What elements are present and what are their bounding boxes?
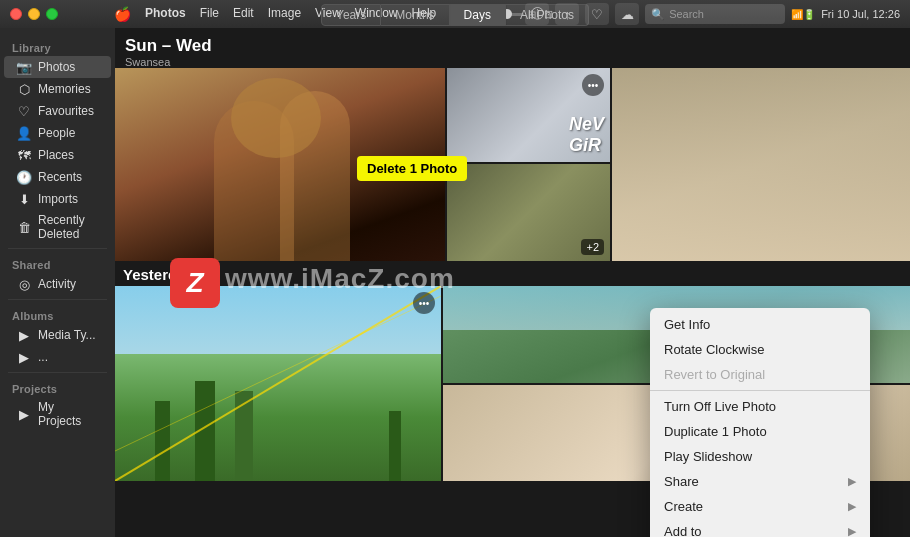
sidebar-media-label: Media Ty... xyxy=(38,328,96,342)
photo-row-1: NeVGiR ••• +2 xyxy=(115,68,910,261)
menu-file[interactable]: File xyxy=(200,6,219,22)
cloud-icon[interactable]: ☁ xyxy=(615,3,639,25)
z-logo: Z xyxy=(170,258,220,308)
sidebar-item-imports[interactable]: ⬇ Imports xyxy=(4,188,111,210)
sidebar-deleted-label: Recently Deleted xyxy=(38,213,99,241)
main-container: Library 📷 Photos ⬡ Memories ♡ Favourites… xyxy=(0,28,910,537)
apple-menu[interactable]: 🍎 xyxy=(114,6,131,22)
recents-icon: 🕐 xyxy=(16,169,32,185)
ctx-share-arrow: ▶ xyxy=(848,475,856,488)
sidebar-item-media-types[interactable]: ▶ Media Ty... xyxy=(4,324,111,346)
sidebar-item-recents[interactable]: 🕐 Recents xyxy=(4,166,111,188)
photo-menu-btn-nevgirl[interactable]: ••• xyxy=(582,74,604,96)
sidebar-activity-label: Activity xyxy=(38,277,76,291)
ctx-get-info[interactable]: Get Info xyxy=(650,312,870,337)
ctx-addto-label: Add to xyxy=(664,524,702,537)
library-label: Library xyxy=(0,36,115,56)
clock-text: Fri 10 Jul, 12:26 xyxy=(821,8,900,20)
titlebar: 🍎 Photos File Edit Image View Window Hel… xyxy=(0,0,910,28)
tab-years[interactable]: Years xyxy=(321,4,381,26)
people-icon: 👤 xyxy=(16,125,32,141)
sidebar-item-my-projects[interactable]: ▶ My Projects xyxy=(4,397,111,431)
sidebar-places-label: Places xyxy=(38,148,74,162)
heart-icon[interactable]: ♡ xyxy=(585,3,609,25)
albums-label: Albums xyxy=(0,304,115,324)
places-icon: 🗺 xyxy=(16,147,32,163)
location-1: Swansea xyxy=(125,56,212,68)
photo-count-badge-1: +2 xyxy=(581,239,604,255)
photo-nevgirl[interactable]: NeVGiR ••• xyxy=(447,68,610,162)
ctx-live-photo[interactable]: Turn Off Live Photo xyxy=(650,394,870,419)
sidebar-favourites-label: Favourites xyxy=(38,104,94,118)
projects-label: Projects xyxy=(0,377,115,397)
toolbar-icons: ⓘ ↑ ♡ ☁ 🔍 Search 📶🔋 Fri 10 Jul, 12:26 xyxy=(525,3,900,25)
menu-photos[interactable]: Photos xyxy=(145,6,186,22)
imports-icon: ⬇ xyxy=(16,191,32,207)
minimize-button[interactable] xyxy=(28,8,40,20)
tab-days[interactable]: Days xyxy=(450,4,506,26)
sidebar-item-memories[interactable]: ⬡ Memories xyxy=(4,78,111,100)
ctx-duplicate[interactable]: Duplicate 1 Photo xyxy=(650,419,870,444)
photo-content-area: Sun – Wed Swansea NeVGiR ••• xyxy=(115,28,910,537)
memories-icon: ⬡ xyxy=(16,81,32,97)
ctx-create-arrow: ▶ xyxy=(848,500,856,513)
close-button[interactable] xyxy=(10,8,22,20)
menu-image[interactable]: Image xyxy=(268,6,301,22)
photo-food-top[interactable]: +2 xyxy=(447,164,610,261)
projects-arrow-icon: ▶ xyxy=(16,406,32,422)
photo-menu-btn-landscape[interactable]: ••• xyxy=(413,292,435,314)
sidebar-memories-label: Memories xyxy=(38,82,91,96)
deleted-icon: 🗑 xyxy=(16,219,32,235)
albums-arrow-icon: ▶ xyxy=(16,349,32,365)
menu-bar-icons: 📶🔋 xyxy=(791,9,815,20)
favourites-icon: ♡ xyxy=(16,103,32,119)
sidebar-item-photos[interactable]: 📷 Photos xyxy=(4,56,111,78)
photo-food-2[interactable] xyxy=(612,68,910,261)
sidebar-item-places[interactable]: 🗺 Places xyxy=(4,144,111,166)
ctx-add-to[interactable]: Add to ▶ xyxy=(650,519,870,537)
date-header-1: Sun – Wed xyxy=(125,36,212,56)
context-menu: Get Info Rotate Clockwise Revert to Orig… xyxy=(650,308,870,537)
search-box[interactable]: 🔍 Search xyxy=(645,4,785,24)
sidebar-my-projects-label: My Projects xyxy=(38,400,99,428)
shared-label: Shared xyxy=(0,253,115,273)
ctx-create[interactable]: Create ▶ xyxy=(650,494,870,519)
photos-icon: 📷 xyxy=(16,59,32,75)
info-icon[interactable]: ⓘ xyxy=(525,3,549,25)
media-arrow-icon: ▶ xyxy=(16,327,32,343)
ctx-share-label: Share xyxy=(664,474,699,489)
ctx-rotate[interactable]: Rotate Clockwise xyxy=(650,337,870,362)
sidebar-people-label: People xyxy=(38,126,75,140)
ctx-addto-arrow: ▶ xyxy=(848,525,856,537)
sidebar-item-albums-sub[interactable]: ▶ ... xyxy=(4,346,111,368)
sidebar-divider-3 xyxy=(8,372,107,373)
sidebar-item-activity[interactable]: ◎ Activity xyxy=(4,273,111,295)
ctx-create-label: Create xyxy=(664,499,703,514)
search-icon: 🔍 xyxy=(651,8,665,21)
sidebar-item-people[interactable]: 👤 People xyxy=(4,122,111,144)
ctx-slideshow[interactable]: Play Slideshow xyxy=(650,444,870,469)
sidebar-photos-label: Photos xyxy=(38,60,75,74)
maximize-button[interactable] xyxy=(46,8,58,20)
clock-display: 📶🔋 Fri 10 Jul, 12:26 xyxy=(791,8,900,20)
sidebar: Library 📷 Photos ⬡ Memories ♡ Favourites… xyxy=(0,28,115,537)
sidebar-divider-2 xyxy=(8,299,107,300)
search-placeholder: Search xyxy=(669,8,704,20)
sidebar-albums-sub-label: ... xyxy=(38,350,48,364)
date-section-1: Sun – Wed Swansea xyxy=(125,36,212,68)
sidebar-recents-label: Recents xyxy=(38,170,82,184)
activity-icon: ◎ xyxy=(16,276,32,292)
sidebar-divider-1 xyxy=(8,248,107,249)
photo-stack-right: NeVGiR ••• +2 xyxy=(447,68,610,261)
ctx-share[interactable]: Share ▶ xyxy=(650,469,870,494)
ctx-revert: Revert to Original xyxy=(650,362,870,387)
delete-tooltip: Delete 1 Photo xyxy=(357,156,467,181)
sidebar-imports-label: Imports xyxy=(38,192,78,206)
photo-landscape-selected[interactable]: ••• xyxy=(115,286,441,481)
sidebar-item-favourites[interactable]: ♡ Favourites xyxy=(4,100,111,122)
sidebar-item-recently-deleted[interactable]: 🗑 Recently Deleted xyxy=(4,210,111,244)
menu-edit[interactable]: Edit xyxy=(233,6,254,22)
tab-months[interactable]: Months xyxy=(381,4,449,26)
ctx-separator-1 xyxy=(650,390,870,391)
share-icon[interactable]: ↑ xyxy=(555,3,579,25)
